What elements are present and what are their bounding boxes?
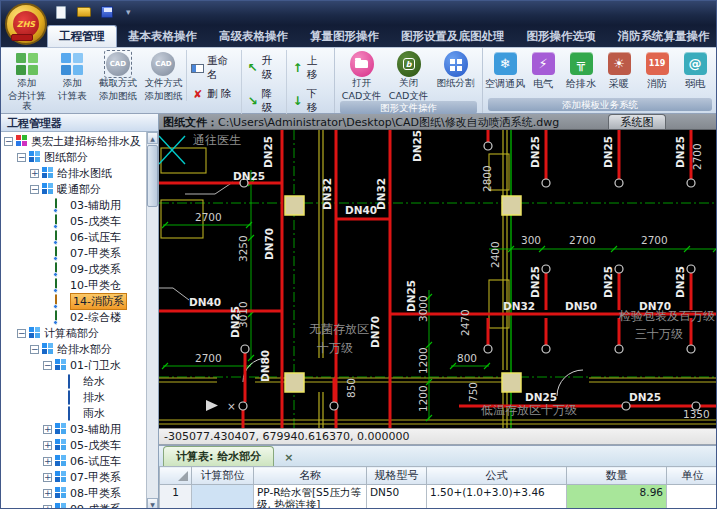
tree-item-label: 05-戊类车 xyxy=(70,214,121,229)
move-down-button[interactable]: ↓下移 xyxy=(291,87,327,115)
tree-item-06-试压车[interactable]: 06-试压车 xyxy=(1,229,146,245)
ribbon-tab-算量图形操作[interactable]: 算量图形操作 xyxy=(299,26,390,47)
hvac-button[interactable]: ❄空调通风 xyxy=(486,50,524,91)
col-header-单位[interactable]: 单位 xyxy=(667,467,717,485)
sprinkler-head xyxy=(241,345,249,353)
tree-item-奥宏土建招标给排水及[interactable]: −奥宏土建招标给排水及 xyxy=(1,133,146,149)
table-row[interactable]: 1PP-R给水管[S5压力等级, 热熔连接]DN501.50+(1.0+3.0)… xyxy=(160,485,717,509)
tree-toggle-icon[interactable]: + xyxy=(43,425,52,434)
tree-toggle-icon[interactable]: − xyxy=(17,153,26,162)
tree-item-计算稿部分[interactable]: −计算稿部分 xyxy=(1,325,146,341)
sprinkler-head xyxy=(542,345,550,353)
tree-item-05-戊类车[interactable]: +05-戊类车 xyxy=(1,437,146,453)
ribbon-tab-图形操作选项[interactable]: 图形操作选项 xyxy=(516,26,607,47)
tree-item-07-甲类系[interactable]: +07-甲类系 xyxy=(1,469,146,485)
plumbing-button[interactable]: ╦给排水 xyxy=(562,50,600,91)
ribbon-tab-高级表格操作[interactable]: 高级表格操作 xyxy=(208,26,299,47)
add-drawing-by-file-button[interactable]: CAD文件方式添加图纸 xyxy=(141,50,187,101)
delete-button[interactable]: ✘删 除 xyxy=(191,87,237,101)
col-header-公式[interactable]: 公式 xyxy=(427,467,567,485)
pipe-diameter-label: DN70 xyxy=(369,316,381,348)
tree-toggle-icon[interactable]: − xyxy=(30,345,39,354)
tree-toggle-icon[interactable]: + xyxy=(43,457,52,466)
split-drawing-button[interactable]: 图纸分割 xyxy=(432,50,479,89)
tree-item-03-辅助用[interactable]: +03-辅助用 xyxy=(1,421,146,437)
tree-item-给排水部分[interactable]: −给排水部分 xyxy=(1,341,146,357)
heating-button[interactable]: ☀采暖 xyxy=(600,50,638,91)
tree-item-03-辅助用[interactable]: 03-辅助用 xyxy=(1,197,146,213)
tree-item-06-试压车[interactable]: +06-试压车 xyxy=(1,453,146,469)
calc-tab-water-supply[interactable]: 计算表: 给水部分 xyxy=(163,446,274,466)
tree-toggle-icon[interactable]: − xyxy=(30,185,39,194)
tree-item-10-甲类仓[interactable]: 10-甲类仓 xyxy=(1,277,146,293)
toolbar-more-icon[interactable]: ▾ xyxy=(126,7,131,17)
cell-spec: DN50 xyxy=(367,485,427,509)
rename-button[interactable]: 重命名 xyxy=(191,54,237,82)
cad-capture-icon: CAD xyxy=(106,52,130,76)
tree-toggle-icon[interactable]: + xyxy=(43,441,52,450)
scroll-thumb[interactable] xyxy=(147,145,158,207)
tree-toggle-icon[interactable]: + xyxy=(30,169,39,178)
downgrade-button[interactable]: ↘降级 xyxy=(246,87,282,115)
tree-item-01-门卫水[interactable]: −01-门卫水 xyxy=(1,357,146,373)
ribbon-tab-图形设置及底图处理[interactable]: 图形设置及底图处理 xyxy=(390,26,516,47)
tree-item-09-戊类系[interactable]: +09-戊类系 xyxy=(1,501,146,509)
tree-item-02-综合楼[interactable]: 02-综合楼 xyxy=(1,309,146,325)
tree-toggle-icon[interactable]: − xyxy=(17,329,26,338)
calc-tab-close-icon[interactable]: × xyxy=(284,451,293,466)
col-header-规格型号[interactable]: 规格型号 xyxy=(367,467,427,485)
close-cad-file-button[interactable]: b关闭CAD文件 xyxy=(385,50,432,101)
tree-item-label: 排水 xyxy=(83,390,105,405)
tree-item-暖通部分[interactable]: −暖通部分 xyxy=(1,181,146,197)
fire-button[interactable]: 119消防 xyxy=(638,50,676,91)
view-tab-system-diagram[interactable]: 系统图 xyxy=(608,114,666,130)
tree-item-09-戊类系[interactable]: 09-戊类系 xyxy=(1,261,146,277)
tbl-green-icon xyxy=(55,247,67,259)
open-file-button[interactable] xyxy=(76,4,92,20)
new-file-button[interactable] xyxy=(53,4,69,20)
add-drawing-by-capture-button[interactable]: CAD截取方式添加图纸 xyxy=(95,50,141,101)
tree-item-08-甲类系[interactable]: +08-甲类系 xyxy=(1,485,146,501)
tree-item-图纸部分[interactable]: −图纸部分 xyxy=(1,149,146,165)
low-voltage-button[interactable]: @弱电 xyxy=(676,50,714,91)
tree-toggle-icon[interactable]: − xyxy=(43,361,52,370)
room-label: 检验包装及百万级 xyxy=(618,309,715,323)
room-label: 通往医生 xyxy=(193,133,241,147)
open-cad-file-button[interactable]: 打开CAD文件 xyxy=(338,50,385,101)
tree-item-07-甲类系[interactable]: 07-甲类系 xyxy=(1,245,146,261)
tree-scrollbar[interactable]: ▲ ▼ xyxy=(146,132,158,509)
tree-toggle-icon[interactable]: + xyxy=(43,489,52,498)
tree-item-给水[interactable]: 给水 xyxy=(1,373,146,389)
tree-item-05-戊类车[interactable]: 05-戊类车 xyxy=(1,213,146,229)
col-header-名称[interactable]: 名称 xyxy=(254,467,367,485)
cell-name: PP-R给水管[S5压力等级, 热熔连接] xyxy=(254,485,367,509)
select-all-corner[interactable] xyxy=(160,467,192,485)
upgrade-button[interactable]: ↖升级 xyxy=(246,54,282,82)
flow-arrow xyxy=(206,400,218,411)
tree-item-label: 奥宏土建招标给排水及 xyxy=(31,134,141,149)
sprinkler-head xyxy=(542,265,550,273)
col-header-计算部位[interactable]: 计算部位 xyxy=(192,467,254,485)
tree-toggle-icon[interactable]: + xyxy=(43,505,52,509)
add-calc-table-button[interactable]: 添加计算表 xyxy=(50,50,96,101)
tree-item-14-消防系[interactable]: 14-消防系 xyxy=(1,293,146,309)
add-merged-calc-table-button[interactable]: 添加合并计算表 xyxy=(4,50,50,112)
ribbon-tab-工程管理[interactable]: 工程管理 xyxy=(47,25,117,47)
col-header-数量[interactable]: 数量 xyxy=(567,467,667,485)
scroll-up-icon[interactable]: ▲ xyxy=(147,132,158,144)
tree-toggle-icon[interactable]: − xyxy=(4,137,13,146)
tree-toggle-icon[interactable]: + xyxy=(43,473,52,482)
scroll-down-icon[interactable]: ▼ xyxy=(147,498,158,509)
ribbon-tab-基本表格操作[interactable]: 基本表格操作 xyxy=(117,26,208,47)
dimension-label: 800 xyxy=(457,352,477,364)
tree-item-排水[interactable]: 排水 xyxy=(1,389,146,405)
electrical-button[interactable]: ⚡电气 xyxy=(524,50,562,91)
move-up-button[interactable]: ↑上移 xyxy=(291,54,327,82)
ribbon-tab-消防系统算量操作[interactable]: 消防系统算量操作 xyxy=(607,26,717,47)
tree-item-雨水[interactable]: 雨水 xyxy=(1,405,146,421)
save-file-button[interactable] xyxy=(99,4,115,20)
sprinkler-head xyxy=(330,402,338,410)
cad-canvas[interactable]: DN25DN40DN40DN32DN50DN70DN25DN25DN25DN32… xyxy=(159,130,717,428)
sprinkler-head xyxy=(239,402,247,410)
tree-item-给排水图纸[interactable]: +给排水图纸 xyxy=(1,165,146,181)
